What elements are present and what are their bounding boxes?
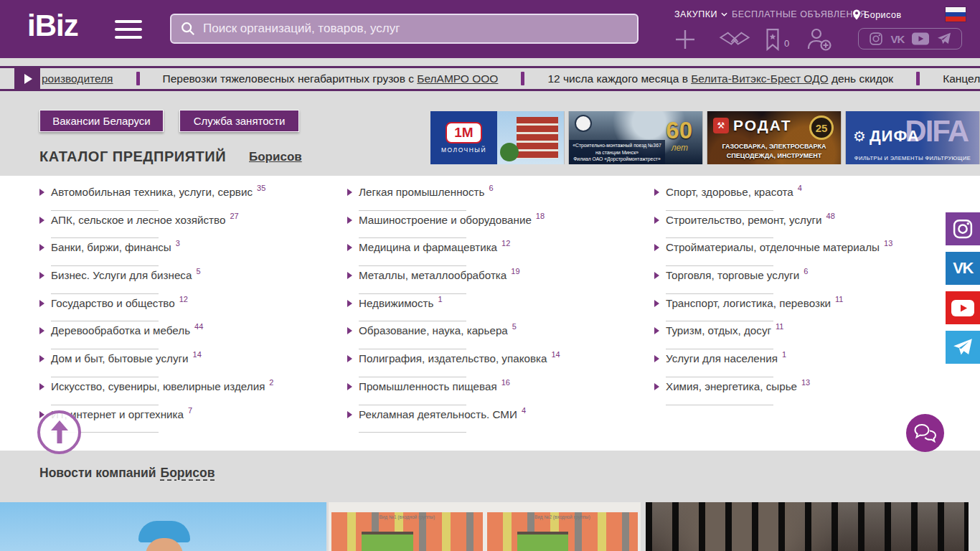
ticker-play-button[interactable] [14, 68, 40, 89]
telegram-icon[interactable] [946, 331, 980, 364]
youtube-icon[interactable] [946, 291, 980, 324]
triangle-bullet-icon [347, 411, 352, 418]
category-link[interactable]: Строительство, ремонт, услуги 48 [654, 213, 941, 241]
category-link[interactable]: Спорт, здоровье, красота 4 [654, 185, 941, 213]
category-count: 44 [194, 322, 203, 331]
category-count: 27 [230, 212, 238, 220]
category-link[interactable]: АПК, сельское и лесное хозяйство 27 [39, 213, 326, 241]
banner-smp367-badge-sub: лет [672, 143, 688, 153]
category-link[interactable]: Стройматериалы, отделочные материалы 13 [654, 240, 941, 268]
search-input[interactable] [203, 22, 628, 36]
category-label: Промышленность пищевая [359, 380, 497, 393]
ticker-link[interactable]: Белита-Витэкс-Брест ОДО [691, 72, 828, 85]
catalog-title: КАТАЛОГ ПРЕДПРИЯТИЙ [39, 149, 226, 165]
category-link[interactable]: Легкая промышленность 6 [347, 185, 634, 213]
banner-molochny-caption: МОЛОЧНЫЙ [441, 146, 486, 154]
category-link[interactable]: Туризм, отдых, досуг 11 [654, 324, 941, 352]
category-link[interactable]: Транспорт, логистика, перевозки 11 [654, 296, 941, 324]
category-label: Металлы, металлообработка [359, 268, 507, 282]
category-link[interactable]: Торговля, торговые услуги 6 [654, 268, 941, 296]
ticker-link[interactable]: БелАМРО ООО [417, 72, 498, 85]
youtube-icon[interactable] [912, 32, 929, 45]
partners-button[interactable] [717, 30, 752, 50]
vk-icon[interactable]: VK [946, 252, 980, 285]
nav-zakupki-label: ЗАКУПКИ [674, 9, 717, 19]
banner-difa[interactable]: DIFA ⚙ ДИФА ФИЛЬТРЫ И ЭЛЕМЕНТЫ ФИЛЬТРУЮЩ… [846, 111, 979, 164]
triangle-bullet-icon [654, 300, 659, 307]
news-title: Новости компаний Борисов [39, 466, 215, 481]
ticker-link[interactable]: роизводителя [42, 72, 113, 85]
triangle-bullet-icon [39, 217, 44, 224]
add-company-button[interactable] [673, 27, 697, 52]
vk-icon[interactable]: VK [891, 33, 905, 45]
banner-molochny[interactable]: 1М МОЛОЧНЫЙ [430, 111, 564, 164]
category-link[interactable]: Промышленность пищевая 16 [347, 380, 634, 408]
banner-rodat-caption: ГАЗОСВАРКА, ЭЛЕКТРОСВАРКА СПЕЦОДЕЖДА, ИН… [707, 142, 841, 161]
category-count: 11 [835, 295, 843, 303]
category-link[interactable]: Недвижимость 1 [347, 296, 634, 324]
news-city-link[interactable]: Борисов [161, 466, 215, 481]
category-count: 11 [776, 322, 783, 331]
category-link[interactable]: Образование, наука, карьера 5 [347, 324, 634, 352]
chat-button[interactable] [906, 414, 944, 452]
category-link[interactable]: Химия, энергетика, сырье 13 [654, 380, 941, 408]
ticker-items: роизводителя Перевозки тяжеловесных нега… [42, 72, 980, 85]
header-social-links: VK [858, 28, 962, 50]
banner-rodat-medal: 25 [809, 116, 834, 140]
employment-button[interactable]: Служба занятости [179, 110, 299, 132]
banner-row: 1М МОЛОЧНЫЙ 60 лет «Строительно-монтажны… [430, 111, 980, 164]
category-link[interactable]: Автомобильная техника, услуги, сервис 35 [39, 185, 326, 213]
menu-icon[interactable] [115, 20, 142, 44]
nav-zakupki[interactable]: ЗАКУПКИ [674, 9, 727, 19]
category-label: Недвижимость [359, 296, 434, 310]
category-link[interactable]: Машиностроение и оборудование 18 [347, 213, 634, 241]
flag-russia-icon[interactable] [946, 7, 966, 22]
nav-free-ads[interactable]: БЕСПЛАТНЫЕ ОБЪЯВЛЕНИЯ [732, 9, 867, 19]
ticker-separator [136, 72, 140, 85]
instagram-icon[interactable] [869, 32, 883, 46]
banner-smp367-emblem [575, 115, 592, 132]
news-photo-man[interactable] [0, 502, 326, 551]
category-link[interactable]: Услуги для населения 1 [654, 352, 941, 380]
category-link[interactable]: Медицина и фармацевтика 12 [347, 240, 634, 268]
social-sidebar: VK [946, 212, 980, 364]
sign-in-button[interactable] [806, 27, 832, 52]
category-link[interactable]: Деревообработка и мебель 44 [39, 324, 326, 352]
category-link[interactable]: Государство и общество 12 [39, 296, 326, 324]
favorites-button[interactable] [763, 28, 782, 51]
banner-molochny-photo [497, 111, 564, 164]
scroll-to-top-button[interactable] [37, 410, 81, 454]
category-link[interactable]: ИТ, интернет и оргтехника 7 [39, 408, 326, 435]
news-photo-building-render[interactable]: Вид №1 (входной группы) Вид №2 (входной … [329, 502, 641, 551]
category-count: 13 [884, 239, 892, 248]
category-link[interactable]: Рекламная деятельность. СМИ 4 [347, 408, 634, 435]
triangle-bullet-icon [347, 383, 352, 390]
logo[interactable]: iBiz [27, 9, 78, 43]
chevron-down-icon [721, 12, 727, 17]
category-link[interactable]: Полиграфия, издательство, упаковка 14 [347, 352, 634, 380]
banner-rodat[interactable]: ⚒ РОДАТ 25 ГАЗОСВАРКА, ЭЛЕКТРОСВАРКА СПЕ… [707, 111, 841, 164]
category-label: Рекламная деятельность. СМИ [359, 408, 517, 421]
telegram-icon[interactable] [937, 32, 951, 45]
banner-smp367[interactable]: 60 лет «Строительно-монтажный поезд №367… [569, 111, 702, 164]
category-link[interactable]: Металлы, металлообработка 19 [347, 268, 634, 296]
catalog-city-link[interactable]: Борисов [249, 150, 302, 164]
news-photo-fence[interactable] [646, 502, 969, 551]
category-link[interactable]: Дом и быт, бытовые услуги 14 [39, 352, 326, 380]
category-count: 6 [489, 184, 493, 192]
category-count: 1 [438, 295, 443, 303]
arrow-up-icon [49, 420, 70, 445]
vacancies-button[interactable]: Вакансии Беларуси [39, 110, 164, 132]
category-label: Искусство, сувениры, ювелирные изделия [51, 380, 265, 393]
banner-smp367-badge: 60 [666, 117, 692, 144]
category-link[interactable]: Искусство, сувениры, ювелирные изделия 2 [39, 380, 326, 408]
category-count: 14 [551, 350, 560, 359]
category-count: 13 [801, 378, 810, 387]
city-selector[interactable]: Борисов [852, 9, 902, 20]
category-link[interactable]: Бизнес. Услуги для бизнеса 5 [39, 268, 326, 296]
banner-difa-caption: ФИЛЬТРЫ И ЭЛЕМЕНТЫ ФИЛЬТРУЮЩИЕ [846, 155, 979, 161]
category-link[interactable]: Банки, биржи, финансы 3 [39, 240, 326, 268]
instagram-icon[interactable] [946, 212, 980, 245]
category-count: 6 [804, 267, 808, 276]
category-label: Медицина и фармацевтика [359, 240, 497, 254]
